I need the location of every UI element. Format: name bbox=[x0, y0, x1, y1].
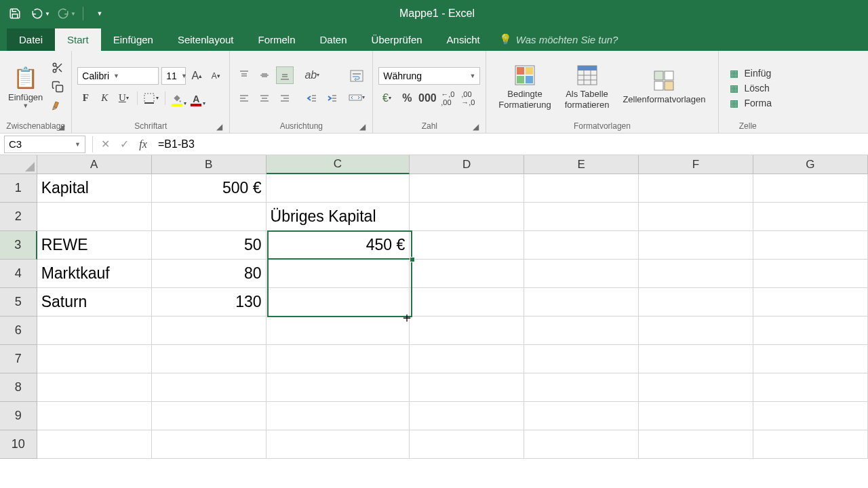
cell-e9[interactable] bbox=[524, 402, 639, 430]
row-header-7[interactable]: 7 bbox=[0, 345, 37, 373]
cell-a4[interactable]: Marktkauf bbox=[37, 260, 152, 288]
cell-e3[interactable] bbox=[524, 231, 639, 260]
cell-f5[interactable] bbox=[639, 288, 753, 317]
select-all-corner[interactable] bbox=[0, 155, 37, 174]
cell-a8[interactable] bbox=[37, 373, 152, 402]
conditional-formatting-button[interactable]: Bedingte Formatierung bbox=[492, 63, 557, 110]
cell-g6[interactable] bbox=[753, 317, 868, 345]
cell-c6[interactable] bbox=[267, 317, 410, 345]
row-header-5[interactable]: 5 bbox=[0, 288, 37, 317]
cell-b7[interactable] bbox=[152, 345, 267, 373]
cell-f4[interactable] bbox=[639, 260, 753, 288]
tell-me-search[interactable]: 💡 Was möchten Sie tun? bbox=[492, 28, 625, 51]
alignment-dialog-launcher[interactable]: ◢ bbox=[357, 122, 367, 131]
cell-d4[interactable] bbox=[410, 260, 524, 288]
font-dialog-launcher[interactable]: ◢ bbox=[214, 122, 224, 131]
redo-button[interactable]: ▼ bbox=[57, 4, 76, 23]
cell-a9[interactable] bbox=[37, 402, 152, 430]
tab-home[interactable]: Start bbox=[55, 28, 101, 51]
cell-g3[interactable] bbox=[753, 231, 868, 260]
cell-c4[interactable] bbox=[267, 260, 410, 288]
cell-b9[interactable] bbox=[152, 402, 267, 430]
cell-f6[interactable] bbox=[639, 317, 753, 345]
delete-cells-button[interactable]: ▦Lösch bbox=[728, 82, 772, 94]
number-dialog-launcher[interactable]: ◢ bbox=[471, 122, 480, 131]
cell-f10[interactable] bbox=[639, 430, 753, 459]
copy-button[interactable] bbox=[50, 79, 66, 95]
cell-a3[interactable]: REWE bbox=[37, 231, 152, 260]
cell-g7[interactable] bbox=[753, 345, 868, 373]
italic-button[interactable]: K bbox=[96, 90, 113, 106]
cell-b10[interactable] bbox=[152, 430, 267, 459]
cell-e8[interactable] bbox=[524, 373, 639, 402]
cell-b2[interactable] bbox=[152, 203, 267, 231]
cell-a10[interactable] bbox=[37, 430, 152, 459]
cell-g9[interactable] bbox=[753, 402, 868, 430]
cell-e10[interactable] bbox=[524, 430, 639, 459]
cell-c5[interactable] bbox=[267, 288, 410, 317]
font-name-combo[interactable]: Calibri▼ bbox=[77, 67, 159, 85]
align-bottom-button[interactable] bbox=[276, 66, 294, 84]
paste-button[interactable]: 📋 Einfügen ▼ bbox=[5, 64, 45, 109]
accounting-format-button[interactable]: €▾ bbox=[378, 90, 395, 106]
font-color-button[interactable]: A ▾ bbox=[190, 90, 206, 106]
cell-styles-button[interactable]: Zellenformatvorlagen bbox=[616, 68, 712, 105]
cut-button[interactable] bbox=[50, 60, 66, 76]
cell-f7[interactable] bbox=[639, 345, 753, 373]
fill-handle[interactable] bbox=[410, 257, 415, 262]
cell-f1[interactable] bbox=[639, 174, 753, 203]
cell-d2[interactable] bbox=[410, 203, 524, 231]
cell-e6[interactable] bbox=[524, 317, 639, 345]
cell-f8[interactable] bbox=[639, 373, 753, 402]
enter-formula-button[interactable]: ✓ bbox=[115, 135, 134, 154]
tab-review[interactable]: Überprüfen bbox=[359, 28, 435, 51]
cell-d7[interactable] bbox=[410, 345, 524, 373]
insert-cells-button[interactable]: ▦Einfüg bbox=[728, 67, 772, 79]
align-middle-button[interactable] bbox=[256, 66, 273, 84]
cell-a2[interactable] bbox=[37, 203, 152, 231]
cell-d5[interactable] bbox=[410, 288, 524, 317]
cell-c2[interactable]: Übriges Kapital bbox=[267, 203, 410, 231]
cell-c10[interactable] bbox=[267, 430, 410, 459]
align-right-button[interactable] bbox=[276, 89, 294, 107]
tab-formulas[interactable]: Formeln bbox=[246, 28, 308, 51]
cell-g10[interactable] bbox=[753, 430, 868, 459]
cell-c3[interactable]: 450 € bbox=[267, 231, 410, 260]
row-header-2[interactable]: 2 bbox=[0, 203, 37, 231]
cell-e2[interactable] bbox=[524, 203, 639, 231]
cell-f9[interactable] bbox=[639, 402, 753, 430]
undo-button[interactable]: ▼ bbox=[31, 4, 50, 23]
cell-b4[interactable]: 80 bbox=[152, 260, 267, 288]
cell-a6[interactable] bbox=[37, 317, 152, 345]
decrease-indent-button[interactable] bbox=[303, 89, 321, 107]
orientation-button[interactable]: ab▾ bbox=[303, 66, 321, 84]
col-header-c[interactable]: C bbox=[267, 155, 410, 174]
col-header-b[interactable]: B bbox=[152, 155, 267, 174]
cell-c7[interactable] bbox=[267, 345, 410, 373]
increase-decimal-button[interactable]: ←,0,00 bbox=[439, 90, 456, 106]
col-header-a[interactable]: A bbox=[37, 155, 152, 174]
cell-c9[interactable] bbox=[267, 402, 410, 430]
cell-a5[interactable]: Saturn bbox=[37, 288, 152, 317]
col-header-d[interactable]: D bbox=[410, 155, 524, 174]
row-header-10[interactable]: 10 bbox=[0, 430, 37, 459]
cell-g4[interactable] bbox=[753, 260, 868, 288]
col-header-e[interactable]: E bbox=[524, 155, 639, 174]
tab-page-layout[interactable]: Seitenlayout bbox=[165, 28, 246, 51]
save-button[interactable] bbox=[5, 4, 24, 23]
format-as-table-button[interactable]: Als Tabelle formatieren bbox=[558, 63, 616, 110]
cell-d9[interactable] bbox=[410, 402, 524, 430]
col-header-g[interactable]: G bbox=[753, 155, 868, 174]
number-format-combo[interactable]: Währung▼ bbox=[378, 67, 480, 85]
clipboard-dialog-launcher[interactable]: ◢ bbox=[56, 122, 66, 131]
row-header-9[interactable]: 9 bbox=[0, 402, 37, 430]
percent-style-button[interactable]: % bbox=[399, 90, 415, 106]
bold-button[interactable]: F bbox=[77, 90, 94, 106]
cell-g5[interactable] bbox=[753, 288, 868, 317]
cell-d8[interactable] bbox=[410, 373, 524, 402]
cell-b8[interactable] bbox=[152, 373, 267, 402]
row-header-4[interactable]: 4 bbox=[0, 260, 37, 288]
cell-b5[interactable]: 130 bbox=[152, 288, 267, 317]
align-center-button[interactable] bbox=[256, 89, 273, 107]
cell-e1[interactable] bbox=[524, 174, 639, 203]
